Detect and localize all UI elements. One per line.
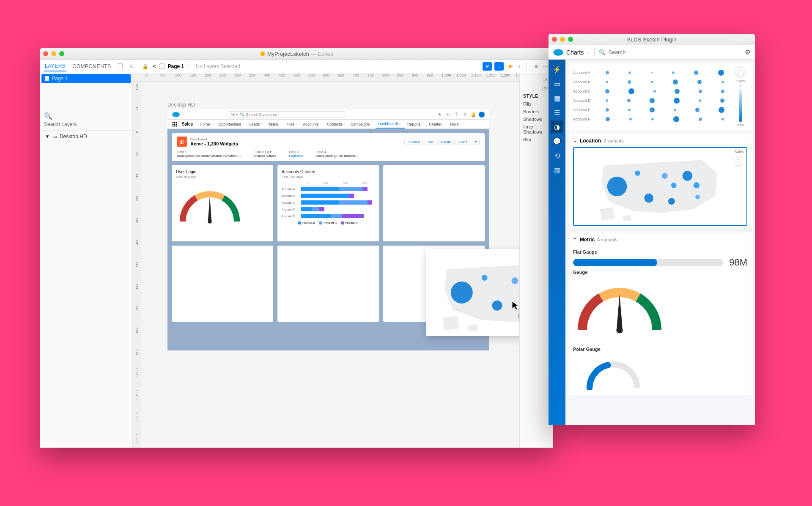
gear-icon[interactable]: ⚙ bbox=[462, 112, 468, 118]
align-icon[interactable]: ≡ bbox=[533, 63, 540, 70]
metric-flat-gauge[interactable]: Flat Gauge 98M bbox=[573, 249, 747, 268]
usa-map-chart bbox=[430, 252, 519, 333]
filter-icon[interactable]: ⚟ bbox=[128, 63, 134, 70]
traffic-lights[interactable] bbox=[552, 37, 573, 42]
sf-nav-item[interactable]: Files ⌄ bbox=[284, 120, 300, 129]
runner-icon[interactable]: R bbox=[483, 62, 492, 71]
sf-nav-item[interactable]: Campaigns ⌄ bbox=[348, 120, 376, 129]
card-empty-3[interactable] bbox=[277, 246, 379, 322]
page-item[interactable]: Page 1 bbox=[41, 74, 131, 83]
artboard-label[interactable]: Desktop HD bbox=[167, 102, 195, 108]
rail-chart-icon[interactable]: ◑ bbox=[551, 120, 563, 133]
sf-search-scope[interactable]: All ▾ bbox=[230, 112, 238, 117]
close-icon[interactable] bbox=[552, 37, 557, 42]
card-empty-2[interactable] bbox=[172, 246, 273, 322]
svg-point-39 bbox=[671, 183, 677, 188]
sf-nav-item[interactable]: Opportunities ⌄ bbox=[216, 120, 247, 129]
more-icon[interactable]: ⋯ bbox=[542, 63, 549, 70]
inspector-borders[interactable]: Borders bbox=[523, 108, 550, 115]
app-launcher-icon[interactable] bbox=[172, 121, 178, 127]
card-user-login[interactable]: User Login Last 30 Days bbox=[172, 165, 273, 241]
record-action-button[interactable]: + Follow bbox=[404, 139, 423, 145]
layers-search[interactable]: 🔍 bbox=[40, 109, 132, 131]
sf-nav-item[interactable]: Contacts ⌄ bbox=[324, 120, 348, 129]
close-icon[interactable] bbox=[43, 51, 48, 56]
plugin-category[interactable]: Charts bbox=[566, 49, 584, 56]
card-empty-1[interactable] bbox=[383, 165, 485, 241]
sf-nav-item[interactable]: Reports ⌄ bbox=[405, 120, 427, 129]
plugin-search[interactable]: 🔍 bbox=[599, 49, 741, 55]
bar-row: Account A bbox=[282, 187, 375, 191]
plugin-content[interactable]: Account AAccount BAccount CAccount DAcco… bbox=[565, 60, 755, 425]
svg-point-7 bbox=[173, 123, 174, 125]
search-layers-input[interactable] bbox=[44, 121, 128, 127]
card-subtitle: Last 120 Days bbox=[282, 175, 375, 179]
rail-chat-icon[interactable]: 💬 bbox=[551, 135, 563, 148]
sf-nav-item[interactable]: Home ⌄ bbox=[197, 120, 216, 129]
traffic-lights[interactable] bbox=[43, 51, 64, 56]
metric-polar-gauge[interactable]: Polar Gauge bbox=[573, 347, 747, 391]
plugin-window: SLDS Sketch Plugin Charts ⌄ 🔍 ⚙ ⚡ ▭ ▦ ☰ … bbox=[549, 34, 755, 425]
rail-screen-icon[interactable]: ▭ bbox=[551, 77, 563, 90]
play-icon[interactable]: ▶ bbox=[506, 62, 516, 71]
search-icon: 🔍 bbox=[599, 49, 606, 55]
rail-lightning-icon[interactable]: ⚡ bbox=[551, 63, 563, 76]
sf-nav-item[interactable]: Tasks ⌄ bbox=[266, 120, 284, 129]
sf-search[interactable]: All ▾ 🔍 Search Salesforce bbox=[228, 111, 346, 118]
plugin-search-input[interactable] bbox=[608, 49, 741, 55]
tab-layers[interactable]: LAYERS bbox=[44, 61, 66, 71]
section-variants: 2 variants bbox=[604, 138, 624, 143]
avatar[interactable] bbox=[479, 112, 485, 118]
dragged-map-component[interactable]: Sales bbox=[426, 249, 519, 336]
minimize-icon[interactable] bbox=[560, 37, 565, 42]
chevron-down-icon[interactable]: ⌄ bbox=[586, 49, 590, 55]
card-accounts-created[interactable]: Accounts Created Last 120 Days 020040060… bbox=[277, 165, 379, 241]
record-action-button[interactable]: ▾ bbox=[472, 139, 480, 145]
sf-nav-item[interactable]: Chatter ⌄ bbox=[426, 120, 447, 129]
inspector-blur[interactable]: Blur bbox=[523, 136, 550, 143]
disclosure-icon[interactable]: ▼ bbox=[45, 134, 50, 139]
add-page-button[interactable]: + bbox=[117, 63, 123, 69]
notification-icon[interactable]: 🔔 bbox=[470, 112, 476, 118]
record-action-button[interactable]: Clone bbox=[455, 139, 470, 145]
chevron-up-icon[interactable]: ⌃ bbox=[573, 237, 577, 243]
svg-point-12 bbox=[176, 125, 177, 126]
record-field: Field 2 (3) ▾Multiple Values bbox=[254, 150, 277, 158]
record-header: ◧ Dashboard Acme - 1,200 Widgets + Follo… bbox=[172, 133, 485, 161]
rail-knob-icon[interactable]: ⟲ bbox=[551, 149, 563, 162]
inspector-fills[interactable]: Fills bbox=[523, 100, 550, 108]
tab-components[interactable]: COMPONENTS bbox=[71, 62, 112, 71]
help-icon[interactable]: ? bbox=[453, 112, 459, 118]
canvas-surface[interactable]: Desktop HD All ▾ 🔍 Search Salesforce bbox=[141, 82, 519, 448]
rail-layout-icon[interactable]: ☰ bbox=[551, 106, 563, 119]
inspector-inner-shadows[interactable]: Inner Shadows bbox=[523, 123, 550, 136]
artboard-row[interactable]: ▼ ▭ Desktop HD bbox=[40, 131, 132, 142]
gear-icon[interactable]: ⚙ bbox=[745, 48, 751, 56]
download-icon[interactable]: ↓ bbox=[494, 62, 504, 71]
minimize-icon[interactable] bbox=[51, 51, 56, 56]
map-scale-label: Sales bbox=[734, 150, 744, 154]
sf-nav-item[interactable]: Leads ⌄ bbox=[247, 120, 266, 129]
record-action-button[interactable]: Edit bbox=[425, 139, 436, 145]
legend-item: Product A bbox=[298, 222, 315, 224]
sf-nav-item[interactable]: Dashboards ⌄ bbox=[376, 120, 405, 129]
record-action-button[interactable]: Delete bbox=[438, 139, 454, 145]
sketch-file-icon bbox=[260, 51, 266, 57]
zoom-icon[interactable] bbox=[568, 37, 573, 42]
location-variant-selected[interactable]: Sales bbox=[573, 147, 747, 226]
breadcrumb-page[interactable]: Page 1 bbox=[168, 63, 184, 69]
zoom-icon[interactable] bbox=[59, 51, 64, 56]
rail-grid-icon[interactable]: ▦ bbox=[551, 92, 563, 104]
inspector-shadows[interactable]: Shadows bbox=[523, 115, 550, 123]
rail-panel-icon[interactable]: ▥ bbox=[551, 164, 563, 176]
lock-icon[interactable]: 🔒 bbox=[142, 63, 148, 70]
plus-icon[interactable]: + bbox=[445, 112, 451, 118]
sf-nav-item[interactable]: More ⌄ bbox=[447, 120, 465, 129]
svg-point-8 bbox=[174, 123, 176, 125]
favorite-icon[interactable]: ★ bbox=[436, 112, 442, 118]
scatter-row: Account C bbox=[573, 87, 734, 96]
page-item-label: Page 1 bbox=[52, 76, 68, 82]
chevron-down-icon[interactable]: ⌄ bbox=[573, 138, 577, 144]
metric-gauge[interactable]: Gauge bbox=[573, 270, 747, 345]
sf-nav-item[interactable]: Accounts ⌄ bbox=[300, 120, 324, 129]
